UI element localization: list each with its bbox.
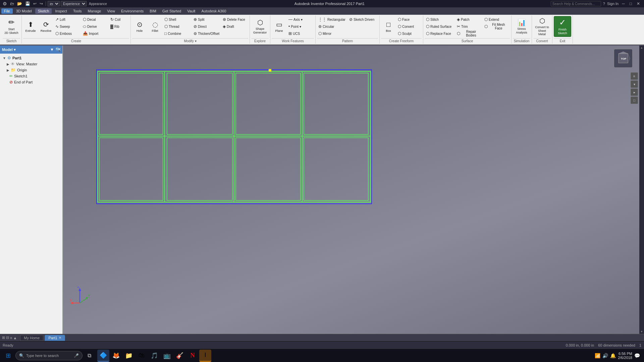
- deleteface-btn[interactable]: ⊛ Delete Face: [221, 16, 248, 23]
- signin-label[interactable]: Sign In: [607, 2, 619, 6]
- replaceface-btn[interactable]: ⬡ Replace Face: [425, 30, 455, 37]
- sculpt-btn[interactable]: ⬡ Sculpt: [396, 30, 422, 37]
- panel-icon-2[interactable]: ▾: [631, 80, 638, 88]
- menu-vault[interactable]: Vault: [184, 8, 198, 14]
- revolve-btn[interactable]: ⟳ Revolve: [39, 16, 53, 37]
- tree-item-sketch1[interactable]: ✏ Sketch1: [1, 73, 61, 79]
- close-btn[interactable]: ✕: [635, 1, 641, 6]
- coil-btn[interactable]: ↻ Coil: [109, 16, 129, 23]
- tree-item-origin[interactable]: ▶ 📁 Origin: [1, 67, 61, 73]
- tree-item-viewmaster[interactable]: ▶ 👁 View: Master: [1, 61, 61, 67]
- search-input[interactable]: [551, 1, 601, 6]
- shape-generator-btn[interactable]: ⬡ ShapeGenerator: [251, 16, 269, 37]
- scroll-up-btn[interactable]: ▲: [640, 46, 643, 49]
- menu-view[interactable]: View: [104, 8, 118, 14]
- minimize-btn[interactable]: ─: [621, 1, 626, 6]
- panel-icon-3[interactable]: ▸: [631, 88, 638, 96]
- fitmeshface-btn[interactable]: ⬡ Fit Mesh Face: [483, 23, 510, 30]
- new-btn[interactable]: 🗁: [9, 1, 15, 6]
- menu-sketch[interactable]: Sketch: [35, 8, 52, 14]
- taskbar-app-explorer[interactable]: 📁: [123, 350, 135, 362]
- taskbar-app-store[interactable]: 🛍: [136, 350, 148, 362]
- tree-item-endofpart[interactable]: ⊘ End of Part: [1, 79, 61, 85]
- taskview-btn[interactable]: ⧉: [83, 350, 95, 362]
- part1-tab[interactable]: Part1 ✕: [45, 335, 65, 341]
- extrude-btn[interactable]: ⬆ Extrude: [23, 16, 38, 37]
- part1-tab-close[interactable]: ✕: [59, 336, 61, 340]
- nav-up-icon[interactable]: ▲: [13, 336, 17, 340]
- menu-a360[interactable]: Autodesk A360: [199, 8, 229, 14]
- windows-start-btn[interactable]: ⊞: [1, 350, 15, 362]
- import-btn[interactable]: 📥 Import: [82, 30, 108, 37]
- nav-tile-icon[interactable]: ≡: [10, 336, 12, 340]
- trim-btn[interactable]: ✂ Trim: [455, 23, 482, 30]
- tray-sound-icon[interactable]: 🔊: [602, 353, 608, 358]
- material-selector[interactable]: 🗁: [48, 1, 60, 6]
- filter-icon[interactable]: ▼: [50, 47, 54, 52]
- loft-btn[interactable]: ↗ Loft: [54, 16, 81, 23]
- combine-btn[interactable]: □ Combine: [163, 30, 192, 37]
- stitch-btn[interactable]: ⬡ Stitch: [425, 16, 455, 23]
- taskbar-app-music[interactable]: 🎸: [174, 350, 186, 362]
- experience-selector[interactable]: Experience: [61, 1, 87, 6]
- circular-btn[interactable]: ⊚ Circular: [317, 23, 347, 30]
- menu-3dmodel[interactable]: 3D Model: [13, 8, 35, 14]
- split-btn[interactable]: ⊕ Split: [192, 16, 221, 23]
- save-btn[interactable]: 💾: [24, 1, 31, 6]
- menu-environments[interactable]: Environments: [118, 8, 146, 14]
- myhome-tab[interactable]: My Home: [20, 335, 43, 341]
- hole-btn[interactable]: ⊙ Hole: [132, 16, 147, 37]
- taskbar-app-netflix[interactable]: N: [186, 350, 199, 362]
- box-btn[interactable]: □ Box: [381, 16, 396, 37]
- thicken-btn[interactable]: ⊜ Thicken/Offset: [192, 30, 221, 37]
- menu-getstarted[interactable]: Get Started: [160, 8, 184, 14]
- taskbar-app-media[interactable]: 📺: [161, 350, 173, 362]
- convert-freeform-btn[interactable]: ⬡ Convert: [396, 23, 422, 30]
- scroll-down-btn[interactable]: ▼: [640, 330, 643, 333]
- finish-sketch-btn[interactable]: ✓ FinishSketch: [554, 16, 571, 37]
- direct-btn[interactable]: ⊘ Direct: [192, 23, 221, 30]
- appearance-btn[interactable]: Appearance: [88, 2, 108, 6]
- menu-file[interactable]: File: [1, 8, 13, 14]
- tree-item-part1[interactable]: ▼ ⚙ Part1: [1, 55, 61, 61]
- menu-manage[interactable]: Manage: [85, 8, 104, 14]
- action-center-icon[interactable]: 💬: [634, 353, 640, 358]
- sketchdriven-btn[interactable]: ⊘ Sketch Driven: [348, 16, 378, 23]
- ruledsurface-btn[interactable]: ⬡ Ruled Surface: [425, 23, 455, 30]
- repairbodies-btn[interactable]: ⬡ Repair Bodies: [455, 30, 482, 37]
- panel-close-btn[interactable]: ✕: [57, 46, 62, 52]
- undo-btn[interactable]: ↩: [32, 1, 38, 6]
- tray-notification-icon[interactable]: 🔔: [610, 353, 616, 358]
- mirror-btn[interactable]: ⬡ Mirror: [317, 30, 347, 37]
- point-btn[interactable]: • Point ▾: [287, 23, 314, 30]
- draft-btn[interactable]: ◈ Draft: [221, 23, 248, 30]
- rectangular-btn[interactable]: ⋮⋮ Rectangular: [317, 16, 347, 23]
- emboss-btn[interactable]: ⬡ Emboss: [54, 30, 81, 37]
- patch-btn[interactable]: ◈ Patch: [455, 16, 482, 23]
- nav-grid-icon[interactable]: ⊞: [2, 336, 5, 340]
- taskbar-app-inventor[interactable]: I: [199, 350, 211, 362]
- redo-btn[interactable]: ↪: [39, 1, 44, 6]
- taskbar-app-ie[interactable]: 🔷: [97, 350, 109, 362]
- sweep-btn[interactable]: ∿ Sweep: [54, 23, 81, 30]
- help-btn[interactable]: ?: [603, 2, 605, 6]
- taskbar-app-firefox[interactable]: 🦊: [110, 350, 122, 362]
- fillet-btn[interactable]: ◌ Fillet: [148, 16, 162, 37]
- extend-btn[interactable]: ⬡ Extend: [483, 16, 510, 23]
- viewcube[interactable]: TOP: [614, 49, 633, 68]
- menu-tools[interactable]: Tools: [70, 8, 85, 14]
- menu-bim[interactable]: BIM: [147, 8, 159, 14]
- thread-btn[interactable]: ⬡ Thread: [163, 23, 192, 30]
- nav-layout-icon[interactable]: ⊟: [6, 336, 9, 340]
- shell-btn[interactable]: ⬡ Shell: [163, 16, 192, 23]
- decal-btn[interactable]: ⬡ Decal: [82, 16, 108, 23]
- panel-icon-1[interactable]: ≡: [631, 72, 638, 80]
- stress-analysis-btn[interactable]: 📊 StressAnalysis: [513, 16, 530, 37]
- taskbar-app-spotify[interactable]: 🎵: [148, 350, 160, 362]
- panel-icon-4[interactable]: □: [631, 97, 638, 104]
- derive-btn[interactable]: ⬭ Derive: [82, 23, 108, 30]
- convert-sheetmetal-btn[interactable]: ⬡ Convert toSheet Metal: [533, 16, 551, 37]
- face-btn[interactable]: ⬡ Face: [396, 16, 422, 23]
- tray-network-icon[interactable]: 📶: [595, 353, 600, 358]
- taskbar-search[interactable]: 🔍 Type here to search 🎤: [15, 351, 83, 360]
